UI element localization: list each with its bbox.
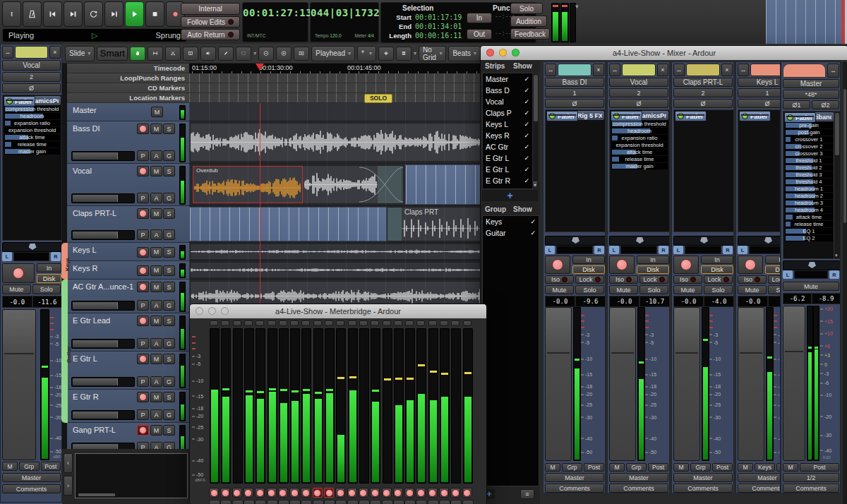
group-list-item[interactable]: Guitar✓: [483, 227, 539, 239]
strip-input-button[interactable]: *48*: [783, 90, 839, 99]
meter-top-button[interactable]: [383, 320, 391, 326]
strips-list-item[interactable]: Master✓: [483, 73, 532, 85]
mixer-traffic-lights[interactable]: [486, 49, 519, 56]
track-automation-button[interactable]: A: [150, 229, 162, 240]
processor-active-led[interactable]: [787, 114, 793, 121]
metering-button[interactable]: M: [609, 463, 625, 472]
plugin-param-post-gain[interactable]: post-gain: [785, 129, 833, 136]
solo-lock-button[interactable]: Lock: [575, 275, 604, 284]
track-lane-vocal[interactable]: Overdub: [189, 164, 483, 206]
meter-record-arm-button[interactable]: [462, 488, 472, 498]
mute-button[interactable]: Mute: [2, 284, 31, 294]
summary-scroll-left-button[interactable]: ‹: [64, 453, 73, 473]
gain-fader[interactable]: [609, 307, 636, 461]
pan-right-chip[interactable]: R: [51, 252, 61, 261]
group-button[interactable]: Post: [800, 463, 839, 472]
strip-color-bar[interactable]: [750, 64, 781, 76]
plugin-param-expansion-threshold[interactable]: expansion threshold: [611, 142, 668, 148]
meter-record-arm-button[interactable]: [370, 488, 380, 498]
group-button[interactable]: Grp: [690, 463, 711, 472]
timecode-ruler[interactable]: 01:15:0000:01:30:0000:01:45:00: [189, 64, 483, 73]
mute-button[interactable]: Mute: [609, 285, 638, 294]
pan-control[interactable]: [545, 236, 606, 246]
meter-record-arm-button[interactable]: [313, 488, 323, 498]
primary-clock-panel[interactable]: 00:01:27:13 INT/MTC: [242, 2, 308, 42]
plugin-param-expansion-ratio[interactable]: expansion ratio: [611, 135, 668, 141]
solo-lock-button[interactable]: Lock: [639, 275, 668, 284]
track-mute-button[interactable]: M: [151, 107, 163, 117]
strip-resize-button[interactable]: ↔: [609, 64, 620, 76]
metering-button[interactable]: M: [673, 463, 689, 472]
comments-button[interactable]: Comments: [738, 484, 781, 493]
pan-left-chip[interactable]: L: [2, 252, 12, 261]
peak-display[interactable]: -11.6: [32, 296, 63, 308]
pan-handle[interactable]: [764, 237, 772, 244]
track-lane-claps-prt-l[interactable]: Claps PRT: [189, 206, 483, 243]
plugin-param-EQ-2[interactable]: EQ 2: [785, 235, 833, 241]
audition-button[interactable]: Audition: [510, 16, 547, 27]
strip-close-button[interactable]: ×: [721, 64, 733, 76]
strips-list-item[interactable]: E Gtr R✓: [483, 175, 532, 186]
track-group-button[interactable]: G: [163, 229, 175, 240]
meterbridge-titlebar[interactable]: a4-Live-Show - Meterbridge - Ardour: [190, 304, 486, 319]
monitor-disk-button[interactable]: Disk: [701, 265, 733, 274]
track-solo-button[interactable]: S: [163, 392, 175, 402]
tool-range-button[interactable]: [148, 47, 163, 61]
phase-button[interactable]: Ø: [545, 99, 604, 108]
track-playlist-button[interactable]: P: [137, 300, 149, 311]
track-mute-button[interactable]: M: [150, 392, 162, 402]
phase-right-button[interactable]: Ø2: [812, 100, 839, 109]
toolbar-chevron-icon[interactable]: ▾: [575, 3, 579, 10]
mute-button[interactable]: Mute: [783, 282, 839, 291]
track-header-bass-di[interactable]: Bass DIMSPAG: [67, 121, 189, 164]
play-selection-button[interactable]: [104, 1, 124, 27]
track-header-keys-l[interactable]: Keys LMS: [67, 243, 189, 261]
track-mute-button[interactable]: M: [150, 282, 162, 292]
solo-button[interactable]: Solo: [575, 285, 604, 294]
summary-view[interactable]: [75, 453, 188, 498]
meter-record-arm-button[interactable]: [220, 488, 230, 498]
record-arm-button[interactable]: [673, 256, 699, 274]
track-solo-button[interactable]: S: [163, 425, 175, 436]
sync-source-button[interactable]: Internal: [181, 3, 240, 15]
track-automation-button[interactable]: A: [150, 150, 162, 161]
processor-active-led[interactable]: [613, 113, 620, 119]
metering-button[interactable]: M: [738, 463, 753, 472]
pan-handle[interactable]: [700, 237, 708, 244]
track-solo-button[interactable]: S: [163, 124, 175, 134]
strip-name-button[interactable]: Claps PRT-L: [673, 78, 733, 87]
track-gain-fader[interactable]: [71, 151, 135, 161]
track-header-e-gtr-l[interactable]: E Gtr LMSPAG: [67, 352, 189, 390]
monitor-input-button[interactable]: In: [37, 263, 61, 272]
plugin-param-headroom[interactable]: headroom: [611, 128, 668, 134]
shuttle-bar[interactable]: Playing ▷ Sprung: [2, 28, 187, 42]
track-automation-button[interactable]: A: [150, 442, 162, 449]
playhead-marker[interactable]: [256, 64, 264, 71]
track-playlist-button[interactable]: P: [137, 229, 149, 240]
meter-record-arm-button[interactable]: [324, 488, 334, 498]
track-mute-button[interactable]: M: [150, 208, 162, 219]
mute-button[interactable]: Mute: [673, 285, 702, 294]
tool-cut-button[interactable]: [165, 47, 181, 61]
plugin-param-threshold-4[interactable]: threshold 4: [785, 179, 833, 185]
metering-button[interactable]: M: [2, 462, 18, 471]
pan-handle[interactable]: [808, 262, 816, 268]
track-solo-button[interactable]: S: [163, 208, 175, 219]
track-playlist-button[interactable]: P: [137, 338, 149, 349]
strip-resize-button[interactable]: ↔: [545, 64, 556, 76]
meter-top-button[interactable]: [279, 320, 287, 326]
solo-button[interactable]: Solo: [768, 285, 781, 294]
record-arm-button[interactable]: [609, 256, 635, 274]
phase-button[interactable]: Ø: [738, 99, 781, 108]
pan-left-chip[interactable]: L: [545, 246, 555, 254]
output-button[interactable]: Master: [545, 473, 604, 482]
pan-right-chip[interactable]: R: [659, 246, 668, 254]
group-button[interactable]: Keys: [755, 463, 775, 472]
track-header-e-gtr-lead[interactable]: E Gtr LeadMSPAG: [67, 313, 189, 352]
plugin-param-headroom-3[interactable]: headroom 3: [785, 200, 833, 206]
strip-input-button[interactable]: 2: [673, 88, 733, 97]
meter-top-button[interactable]: [244, 320, 253, 326]
meter-top-button[interactable]: [416, 320, 425, 326]
post-button[interactable]: Post: [712, 463, 733, 472]
processor-fader[interactable]: Fader: [4, 96, 35, 107]
